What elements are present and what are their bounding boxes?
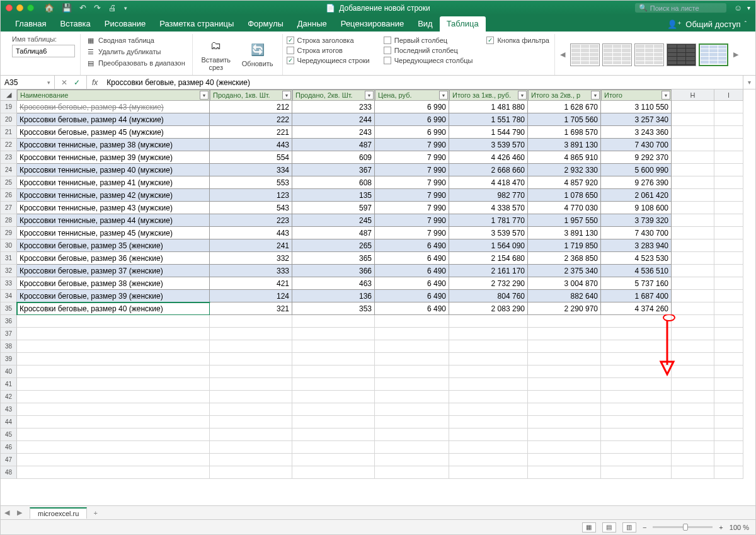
table-cell[interactable]: 3 110 550: [601, 101, 672, 113]
table-cell[interactable]: 1 551 780: [449, 113, 528, 126]
table-cell[interactable]: 4 338 570: [449, 202, 528, 214]
empty-cell[interactable]: [449, 429, 528, 441]
empty-cell[interactable]: [714, 151, 743, 164]
table-cell[interactable]: Кроссовки теннисные, размер 41 (мужские): [17, 176, 210, 189]
empty-cell[interactable]: [714, 290, 743, 302]
empty-cell[interactable]: [672, 126, 714, 139]
empty-cell[interactable]: [672, 290, 714, 302]
empty-cell[interactable]: [714, 139, 743, 151]
table-cell[interactable]: 135: [292, 189, 375, 202]
empty-cell[interactable]: [292, 429, 375, 441]
empty-cell[interactable]: [714, 202, 743, 214]
empty-cell[interactable]: [672, 315, 714, 328]
table-cell[interactable]: 333: [210, 265, 292, 277]
table-header-name[interactable]: Наименование▼: [17, 89, 210, 101]
table-cell[interactable]: 365: [292, 252, 375, 265]
empty-cell[interactable]: [528, 391, 601, 403]
empty-cell[interactable]: [672, 252, 714, 265]
empty-cell[interactable]: [672, 378, 714, 391]
table-header-2[interactable]: Продано, 2кв. Шт.▼: [292, 89, 375, 101]
table-cell[interactable]: Кроссовки беговые, размер 36 (женские): [17, 252, 210, 265]
empty-cell[interactable]: [672, 441, 714, 454]
empty-cell[interactable]: [375, 466, 449, 479]
table-cell[interactable]: 3 257 340: [601, 113, 672, 126]
empty-cell[interactable]: [601, 340, 672, 353]
empty-cell[interactable]: [210, 378, 292, 391]
filter-button-checkbox[interactable]: ✓Кнопка фильтра: [486, 36, 549, 45]
table-style-4[interactable]: [667, 43, 696, 66]
empty-cell[interactable]: [714, 391, 743, 403]
table-cell[interactable]: Кроссовки беговые, размер 43 (мужские): [17, 101, 210, 113]
empty-cell[interactable]: [375, 416, 449, 429]
table-cell[interactable]: 124: [210, 290, 292, 302]
empty-cell[interactable]: [528, 315, 601, 328]
table-cell[interactable]: 332: [210, 252, 292, 265]
table-cell[interactable]: Кроссовки беговые, размер 37 (женские): [17, 265, 210, 277]
table-cell[interactable]: 6 490: [375, 277, 449, 290]
empty-cell[interactable]: [210, 441, 292, 454]
empty-cell[interactable]: [714, 340, 743, 353]
select-all-corner[interactable]: ◢: [1, 89, 17, 101]
table-cell[interactable]: 2 290 970: [528, 302, 601, 315]
empty-cell[interactable]: [714, 126, 743, 139]
row-header[interactable]: 46: [1, 441, 17, 454]
empty-cell[interactable]: [449, 365, 528, 378]
row-header[interactable]: 19: [1, 101, 17, 113]
save-icon[interactable]: 💾: [62, 3, 72, 13]
row-header[interactable]: 23: [1, 151, 17, 164]
table-cell[interactable]: Кроссовки беговые, размер 35 (женские): [17, 239, 210, 252]
empty-cell[interactable]: [672, 151, 714, 164]
empty-cell[interactable]: [672, 265, 714, 277]
empty-cell[interactable]: [375, 454, 449, 466]
empty-cell[interactable]: [210, 416, 292, 429]
empty-cell[interactable]: [528, 340, 601, 353]
empty-cell[interactable]: [449, 353, 528, 365]
table-cell[interactable]: Кроссовки теннисные, размер 40 (мужские): [17, 164, 210, 176]
cancel-formula-icon[interactable]: ✕: [61, 78, 67, 87]
table-header-5[interactable]: Итого за 2кв., р▼: [528, 89, 601, 101]
table-cell[interactable]: 6 990: [375, 101, 449, 113]
worksheet[interactable]: ◢Наименование▼Продано, 1кв. Шт.▼Продано,…: [1, 89, 755, 488]
print-icon[interactable]: 🖨: [108, 3, 117, 13]
table-cell[interactable]: 1 564 090: [449, 239, 528, 252]
empty-cell[interactable]: [714, 239, 743, 252]
empty-cell[interactable]: [714, 353, 743, 365]
table-cell[interactable]: 244: [292, 113, 375, 126]
empty-cell[interactable]: [601, 328, 672, 340]
table-cell[interactable]: 7 990: [375, 151, 449, 164]
table-cell[interactable]: 2 732 290: [449, 277, 528, 290]
formula-input[interactable]: [103, 76, 743, 89]
table-cell[interactable]: 2 368 850: [528, 252, 601, 265]
table-cell[interactable]: 233: [292, 101, 375, 113]
empty-cell[interactable]: [672, 340, 714, 353]
empty-cell[interactable]: [714, 164, 743, 176]
table-cell[interactable]: 6 490: [375, 265, 449, 277]
remove-duplicates-button[interactable]: ☰Удалить дубликаты: [84, 47, 187, 57]
empty-cell[interactable]: [292, 328, 375, 340]
banded-rows-checkbox[interactable]: ✓Чередующиеся строки: [287, 56, 370, 65]
col-header-i[interactable]: I: [714, 89, 743, 101]
empty-cell[interactable]: [528, 353, 601, 365]
empty-cell[interactable]: [375, 391, 449, 403]
table-cell[interactable]: 241: [210, 239, 292, 252]
zoom-slider[interactable]: [653, 526, 713, 528]
table-cell[interactable]: 9 108 600: [601, 202, 672, 214]
first-col-checkbox[interactable]: Первый столбец: [384, 36, 473, 45]
empty-cell[interactable]: [714, 176, 743, 189]
row-header[interactable]: 42: [1, 391, 17, 403]
filter-button[interactable]: ▼: [282, 91, 291, 100]
empty-cell[interactable]: [528, 403, 601, 416]
table-cell[interactable]: 6 990: [375, 126, 449, 139]
table-cell[interactable]: 1 078 650: [528, 189, 601, 202]
empty-cell[interactable]: [714, 416, 743, 429]
table-cell[interactable]: Кроссовки теннисные, размер 43 (мужские): [17, 202, 210, 214]
empty-cell[interactable]: [210, 353, 292, 365]
row-header[interactable]: 36: [1, 315, 17, 328]
tab-data[interactable]: Данные: [290, 16, 334, 32]
empty-cell[interactable]: [528, 454, 601, 466]
empty-cell[interactable]: [601, 353, 672, 365]
empty-cell[interactable]: [292, 416, 375, 429]
filter-button[interactable]: ▼: [200, 91, 209, 100]
filter-button[interactable]: ▼: [439, 91, 448, 100]
empty-cell[interactable]: [672, 214, 714, 227]
